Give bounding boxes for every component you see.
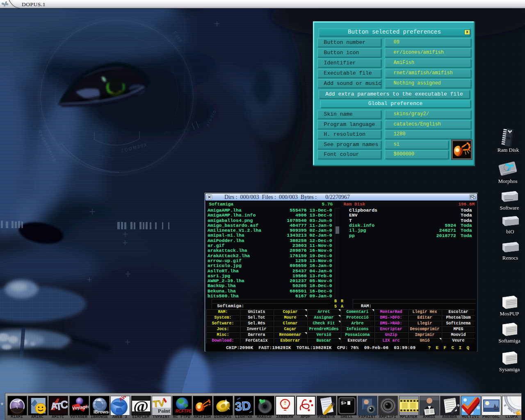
svg-text:Paint: Paint [158, 408, 170, 414]
svg-text:@: @ [133, 397, 148, 415]
svg-text:$>: $> [341, 401, 347, 406]
svg-text:RCFTPD: RCFTPD [176, 409, 192, 413]
svg-text:IBrowse: IBrowse [94, 409, 109, 414]
svg-text:3D: 3D [235, 399, 251, 413]
svg-text:C: C [60, 398, 68, 411]
